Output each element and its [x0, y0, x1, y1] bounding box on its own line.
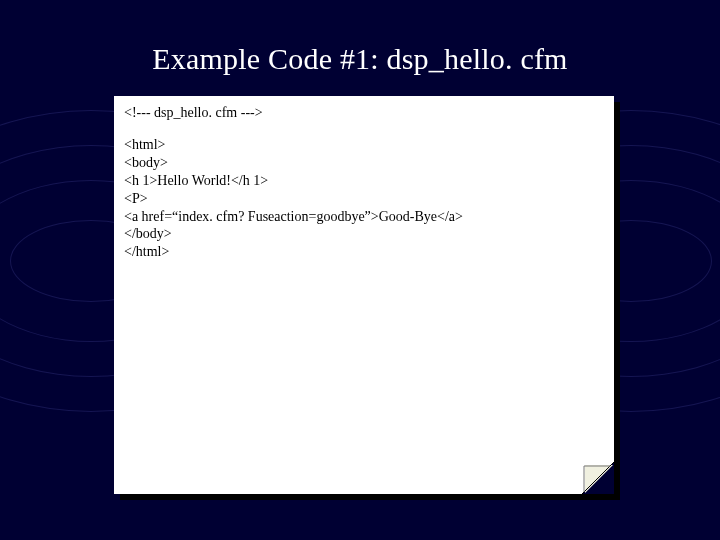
code-box-content: <!--- dsp_hello. cfm ---> <html> <body> …: [114, 96, 614, 494]
slide-title: Example Code #1: dsp_hello. cfm: [0, 42, 720, 76]
code-line: <body>: [124, 154, 604, 172]
code-line: <h 1>Hello World!</h 1>: [124, 172, 604, 190]
page-corner-fold-icon: [582, 462, 614, 494]
slide: Example Code #1: dsp_hello. cfm <!--- ds…: [0, 0, 720, 540]
code-line: <P>: [124, 190, 604, 208]
code-line: <!--- dsp_hello. cfm --->: [124, 104, 604, 122]
code-line: </html>: [124, 243, 604, 261]
blank-line: [124, 122, 604, 136]
code-line: <a href=“index. cfm? Fuseaction=goodbye”…: [124, 208, 604, 226]
code-box: <!--- dsp_hello. cfm ---> <html> <body> …: [114, 96, 614, 494]
code-line: <html>: [124, 136, 604, 154]
code-line: </body>: [124, 225, 604, 243]
